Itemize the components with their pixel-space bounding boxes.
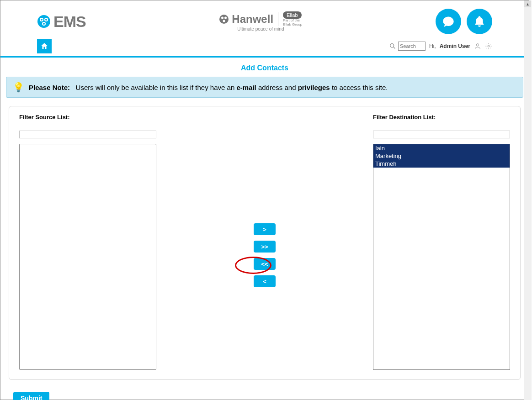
submit-button[interactable]: Submit [13,392,49,400]
brand-left: EMS [37,13,86,31]
svg-point-5 [45,19,47,21]
note-box: 💡 Please Note: Users will only be availa… [6,77,523,98]
dual-list-panel: Filter Source List: > >> << < Filter Des… [9,106,521,380]
move-left-button[interactable]: < [254,275,276,287]
brand-tagline: Ultimate peace of mind [237,26,284,32]
source-label: Filter Source List: [19,114,156,121]
filter-source-input[interactable] [19,131,156,138]
ellab-sub2: Ellab Group [283,23,302,27]
chat-button[interactable] [436,9,461,34]
divider [278,12,278,26]
greeting-user: Admin User [440,43,470,49]
page-title: Add Contacts [0,58,529,77]
move-right-button[interactable]: > [254,223,276,235]
brand-left-text: EMS [53,13,86,31]
svg-point-11 [390,44,394,47]
filter-dest-input[interactable] [373,131,510,138]
source-listbox[interactable] [19,144,156,370]
svg-line-12 [394,47,395,48]
dest-label: Filter Destination List: [373,114,510,121]
page-scrollbar[interactable]: ▴ [524,0,532,400]
svg-point-8 [221,16,223,19]
svg-point-14 [488,45,489,47]
svg-point-6 [43,23,45,25]
svg-point-0 [37,15,50,28]
search-icon [389,42,396,50]
bell-icon [473,15,486,28]
notifications-button[interactable] [467,9,492,34]
brand-center-name: Hanwell [232,13,273,26]
ems-logo-icon [37,15,51,28]
move-all-right-button[interactable]: >> [254,241,276,253]
settings-icon[interactable] [485,42,492,50]
list-item[interactable]: Iain [373,144,510,152]
user-icon[interactable] [474,42,481,50]
home-icon [40,42,48,50]
svg-point-4 [41,19,43,21]
list-item[interactable]: Timmeh [373,160,510,168]
svg-point-7 [219,15,229,24]
home-button[interactable] [37,39,52,53]
dest-listbox[interactable]: IainMarketingTimmeh [373,144,510,370]
search-input[interactable] [398,42,426,51]
move-all-left-button[interactable]: << [254,258,276,270]
hanwell-logo-icon [219,14,229,24]
greeting-prefix: Hi, [429,43,436,49]
chat-icon [442,15,455,28]
lightbulb-icon: 💡 [13,82,24,93]
svg-point-9 [224,16,227,19]
brand-center: Hanwell Ellab Part of the Ellab Group Ul… [219,11,302,32]
svg-point-13 [476,44,479,46]
svg-point-10 [223,20,225,22]
ellab-badge: Ellab [283,11,301,19]
list-item[interactable]: Marketing [373,152,510,160]
note-text: Please Note: Users will only be availabl… [29,84,388,91]
header: EMS Hanwell Ellab Part of the Ellab Grou… [0,0,529,39]
